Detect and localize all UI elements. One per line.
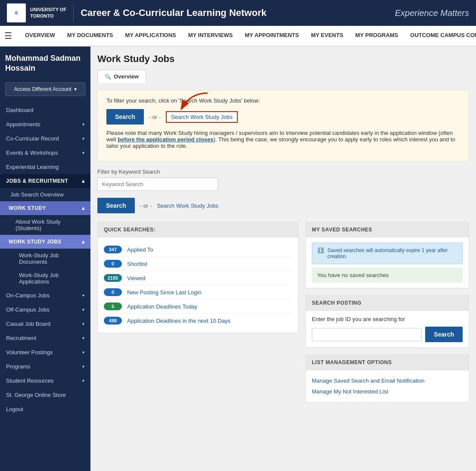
chevron-up-icon: ▴ — [82, 178, 85, 184]
search-work-study-jobs-link[interactable]: Search Work Study Jobs — [157, 203, 218, 209]
filter-label: Filter by Keyword Search — [97, 168, 469, 175]
main-content: Work Study Jobs 🔍 Overview To filter you… — [90, 47, 476, 471]
sidebar-item-recruitment[interactable]: Recruitment ▾ — [0, 331, 90, 345]
chevron-icon: ▾ — [82, 350, 84, 355]
search-icon: 🔍 — [105, 74, 111, 80]
sidebar: Mohammad Sadman Hossain Access Different… — [0, 47, 90, 471]
or-label: - or - — [149, 114, 161, 120]
nav-item-my-applications[interactable]: MY APPLICATIONS — [119, 26, 182, 46]
page-title: Work Study Jobs — [97, 53, 469, 65]
deadlines-today-badge: 5 — [104, 303, 122, 310]
quick-search-deadlines-today: 5 Application Deadlines Today — [104, 299, 292, 314]
nav-list: OVERVIEW MY DOCUMENTS MY APPLICATIONS MY… — [19, 26, 476, 46]
sidebar-item-events[interactable]: Events & Workshops ▾ — [0, 146, 90, 160]
nav-item-my-events[interactable]: MY EVENTS — [305, 26, 349, 46]
quick-searches-header: QUICK SEARCHES: — [98, 222, 298, 237]
shortlist-link[interactable]: Shortlist — [127, 261, 147, 267]
no-saved-text: You have no saved searches — [312, 268, 463, 283]
tagline: Experience Matters — [395, 8, 469, 18]
chevron-icon: ▾ — [82, 336, 84, 340]
sidebar-user-name: Mohammad Sadman Hossain — [0, 47, 90, 79]
application-closes-link[interactable]: before the application period closes — [118, 136, 214, 143]
sidebar-item-programs[interactable]: Programs ▾ — [0, 359, 90, 374]
sidebar-item-off-campus[interactable]: Off-Campus Jobs ▾ — [0, 303, 90, 317]
sidebar-item-cocurricular[interactable]: Co-Curricular Record ▾ — [0, 131, 90, 146]
sidebar-item-student-resources[interactable]: Student Resources ▾ — [0, 374, 90, 388]
filter-section: Filter by Keyword Search — [97, 168, 469, 191]
chevron-icon: ▾ — [82, 136, 84, 141]
nav-item-my-appointments[interactable]: MY APPOINTMENTS — [239, 26, 305, 46]
chevron-icon: ▾ — [82, 321, 84, 326]
hamburger-menu[interactable]: ☰ — [4, 31, 12, 41]
posting-label: Enter the job ID you are searching for — [312, 316, 463, 322]
chevron-up-icon: ▴ — [82, 239, 84, 245]
saved-searches-alert: ℹ️ Saved searches will automatically exp… — [312, 243, 463, 264]
keyword-search-input[interactable] — [97, 178, 218, 191]
search-posting-panel: SEARCH POSTING Enter the job ID you are … — [305, 295, 469, 348]
info-box: To filter your search, click on 'Search … — [97, 90, 469, 162]
university-logo: 🏛️ — [7, 3, 26, 22]
quick-search-applied-to: 347 Applied To — [104, 243, 292, 257]
manage-saved-search-link[interactable]: Manage Saved Search and Email Notificati… — [312, 375, 463, 386]
sidebar-item-dashboard[interactable]: Dashboard — [0, 103, 90, 117]
applied-to-badge: 347 — [104, 246, 122, 253]
tab-bar: 🔍 Overview — [97, 70, 469, 83]
access-btn-label: Access Different Account — [14, 86, 71, 92]
search-work-study-jobs-link-top[interactable]: Search Work Study Jobs — [166, 111, 238, 123]
saved-searches-body: ℹ️ Saved searches will automatically exp… — [306, 237, 469, 288]
sidebar-item-about-work-study[interactable]: About Work Study (Students) — [0, 215, 90, 235]
nav-item-outcome[interactable]: OUTCOME CAMPUS CONNECT — [404, 26, 476, 46]
chevron-down-icon: ▾ — [74, 86, 77, 92]
search-posting-row: Search — [312, 327, 463, 342]
tab-overview[interactable]: 🔍 Overview — [97, 70, 146, 83]
sidebar-item-appointments[interactable]: Appointments ▾ — [0, 117, 90, 131]
sidebar-item-st-george[interactable]: St. George Online Store — [0, 388, 90, 402]
two-column-layout: QUICK SEARCHES: 347 Applied To 0 Shortli… — [97, 222, 469, 409]
search-posting-header: SEARCH POSTING — [306, 296, 469, 311]
nav-item-my-documents[interactable]: MY DOCUMENTS — [61, 26, 119, 46]
search-button-main[interactable]: Search — [97, 198, 135, 213]
logo-container: 🏛️ UNIVERSITY OFTORONTO — [7, 3, 74, 22]
quick-search-new-posting: 0 New Posting Since Last Login — [104, 285, 292, 299]
saved-searches-panel: MY SAVED SEARCHES ℹ️ Saved searches will… — [305, 222, 469, 288]
sidebar-item-job-search-overview[interactable]: Job Search Overview — [0, 188, 90, 201]
manage-not-interested-link[interactable]: Manage My Not Interested List — [312, 386, 463, 397]
quick-search-viewed: 2195 Viewed — [104, 271, 292, 285]
sidebar-item-logout[interactable]: Logout — [0, 402, 90, 416]
sidebar-item-ws-job-applications[interactable]: Work-Study Job Applications — [0, 268, 90, 288]
chevron-icon: ▾ — [82, 293, 84, 298]
viewed-badge: 2195 — [104, 274, 122, 282]
nav-item-overview[interactable]: OVERVIEW — [19, 26, 61, 46]
nav-item-my-programs[interactable]: MY PROGRAMS — [349, 26, 404, 46]
site-title: Career & Co-Curricular Learning Network — [81, 7, 267, 19]
deadlines-10-link[interactable]: Application Deadlines in the next 10 Day… — [127, 318, 230, 324]
quick-searches-body: 347 Applied To 0 Shortlist 2195 Viewed — [98, 237, 298, 333]
layout: Mohammad Sadman Hossain Access Different… — [0, 47, 476, 471]
sidebar-item-casual-job-board[interactable]: Casual Job Board ▾ — [0, 317, 90, 331]
info-button-group: Search - or - Search Work Study Jobs — [106, 109, 460, 125]
red-arrow-indicator — [173, 91, 212, 112]
new-posting-badge: 0 — [104, 288, 122, 296]
deadlines-today-link[interactable]: Application Deadlines Today — [127, 303, 197, 310]
sidebar-item-work-study[interactable]: WORK STUDY ▴ — [0, 201, 90, 215]
new-posting-link[interactable]: New Posting Since Last Login — [127, 289, 202, 296]
sidebar-item-work-study-jobs[interactable]: WORK STUDY JOBS ▴ — [0, 235, 90, 249]
search-posting-button[interactable]: Search — [425, 327, 463, 342]
shortlist-badge: 0 — [104, 260, 122, 268]
applied-to-link[interactable]: Applied To — [127, 246, 153, 253]
chevron-icon: ▾ — [82, 307, 84, 312]
job-id-input[interactable] — [312, 328, 422, 341]
sidebar-item-ws-job-documents[interactable]: Work-Study Job Documents — [0, 249, 90, 268]
nav-item-my-interviews[interactable]: MY INTERVIEWS — [182, 26, 239, 46]
left-column: QUICK SEARCHES: 347 Applied To 0 Shortli… — [97, 222, 299, 409]
chevron-icon: ▾ — [82, 364, 84, 369]
access-different-account-button[interactable]: Access Different Account ▾ — [5, 82, 85, 96]
sidebar-item-experiential[interactable]: Experiential Learning — [0, 160, 90, 174]
sidebar-item-volunteer-postings[interactable]: Volunteer Postings ▾ — [0, 345, 90, 359]
viewed-link[interactable]: Viewed — [127, 275, 145, 281]
chevron-icon: ▾ — [82, 378, 84, 383]
search-action-row: Search - or - Search Work Study Jobs — [97, 198, 469, 213]
deadlines-10-badge: 498 — [104, 317, 122, 324]
sidebar-item-on-campus[interactable]: On-Campus Jobs ▾ — [0, 288, 90, 303]
search-button-top[interactable]: Search — [106, 109, 144, 125]
